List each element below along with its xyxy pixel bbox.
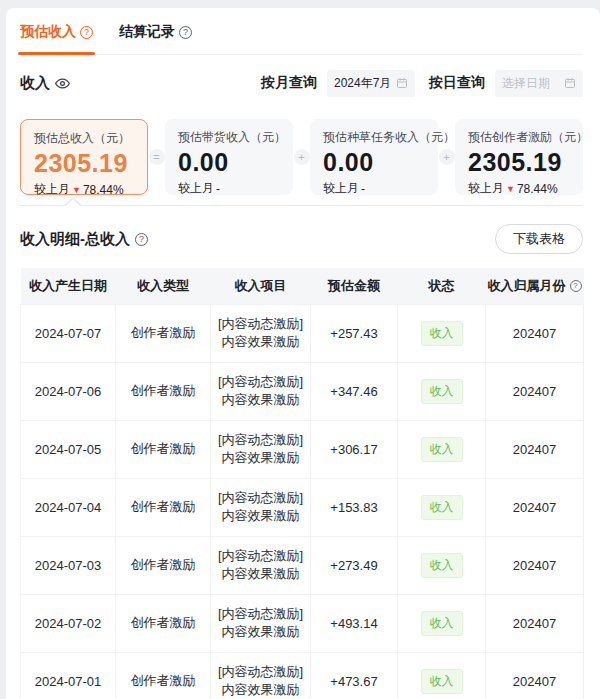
cell-month: 202407 [486,362,584,420]
cell-amount: +493.14 [311,594,398,652]
status-badge: 收入 [421,379,463,404]
trend-down-icon: ▼ [506,184,515,194]
cell-type: 创作者激励 [116,304,211,362]
cell-date: 2024-07-02 [21,594,116,652]
calendar-icon [564,77,576,89]
header-amount: 预估金额 [311,268,398,304]
table-row: 2024-07-01 创作者激励 [内容动态激励]内容效果激励 +473.67 … [21,652,584,699]
cell-type: 创作者激励 [116,362,211,420]
cell-status: 收入 [398,652,486,699]
tab-estimated-income[interactable]: 预估收入 ? [20,23,93,54]
cell-amount: +306.17 [311,420,398,478]
month-picker[interactable]: 2024年7月 [327,70,415,97]
header-type: 收入类型 [116,268,211,304]
card-tab-divider [20,205,583,206]
header-date: 收入产生日期 [21,268,116,304]
status-badge: 收入 [421,669,463,694]
card-creator-incentive[interactable]: 预估创作者激励（元） 2305.19 较上月 ▼ 78.44% [455,119,583,195]
detail-section-head: 收入明细-总收入 ? 下载表格 [20,224,583,254]
cell-month: 202407 [486,536,584,594]
cell-status: 收入 [398,536,486,594]
cell-date: 2024-07-04 [21,478,116,536]
cell-month: 202407 [486,304,584,362]
header-project: 收入项目 [211,268,311,304]
status-badge: 收入 [421,437,463,462]
eye-icon[interactable] [55,76,70,91]
download-table-button[interactable]: 下载表格 [495,224,583,254]
cell-project: [内容动态激励]内容效果激励 [211,536,311,594]
cell-type: 创作者激励 [116,652,211,699]
operator-plus: + [293,149,310,165]
day-picker-placeholder: 选择日期 [502,75,550,92]
cell-project: [内容动态激励]内容效果激励 [211,362,311,420]
tab-label: 结算记录 [119,23,175,41]
month-query-label: 按月查询 [261,74,317,92]
income-section-title: 收入 [20,74,70,93]
cell-project: [内容动态激励]内容效果激励 [211,594,311,652]
cell-date: 2024-07-05 [21,420,116,478]
main-panel: 预估收入 ? 结算记录 ? 收入 按月查询 2024年7月 [6,8,600,699]
status-badge: 收入 [421,611,463,636]
help-icon[interactable]: ? [135,233,148,246]
operator-plus: + [438,149,455,165]
income-detail-table: 收入产生日期 收入类型 收入项目 预估金额 状态 收入归属月份 ? 2024-0… [20,268,584,699]
month-picker-value: 2024年7月 [334,75,391,92]
cell-amount: +347.46 [311,362,398,420]
cell-project: [内容动态激励]内容效果激励 [211,478,311,536]
table-row: 2024-07-07 创作者激励 [内容动态激励]内容效果激励 +257.43 … [21,304,584,362]
status-badge: 收入 [421,553,463,578]
tab-label: 预估收入 [20,23,76,41]
operator-equals: = [148,149,165,165]
card-goods-income[interactable]: 预估带货收入（元） 0.00 较上月 ▼ - [165,119,293,195]
cell-date: 2024-07-07 [21,304,116,362]
cell-date: 2024-07-01 [21,652,116,699]
status-badge: 收入 [421,321,463,346]
cell-amount: +273.49 [311,536,398,594]
help-icon[interactable]: ? [570,280,582,292]
cell-project: [内容动态激励]内容效果激励 [211,420,311,478]
help-icon[interactable]: ? [179,26,192,39]
cell-month: 202407 [486,478,584,536]
table-row: 2024-07-06 创作者激励 [内容动态激励]内容效果激励 +347.46 … [21,362,584,420]
cell-status: 收入 [398,478,486,536]
table-row: 2024-07-05 创作者激励 [内容动态激励]内容效果激励 +306.17 … [21,420,584,478]
help-icon[interactable]: ? [80,26,93,39]
cell-date: 2024-07-06 [21,362,116,420]
detail-section-title: 收入明细-总收入 ? [20,230,148,249]
cell-type: 创作者激励 [116,478,211,536]
calendar-icon [396,77,408,89]
stat-cards: 预估总收入（元） 2305.19 较上月 ▼ 78.44% = 预估带货收入（元… [20,119,583,195]
cell-month: 202407 [486,420,584,478]
cell-status: 收入 [398,594,486,652]
table-header-row: 收入产生日期 收入类型 收入项目 预估金额 状态 收入归属月份 ? [21,268,584,304]
table-row: 2024-07-02 创作者激励 [内容动态激励]内容效果激励 +493.14 … [21,594,584,652]
day-picker[interactable]: 选择日期 [495,70,583,97]
table-row: 2024-07-04 创作者激励 [内容动态激励]内容效果激励 +153.83 … [21,478,584,536]
cell-type: 创作者激励 [116,536,211,594]
header-status: 状态 [398,268,486,304]
tab-settlement-records[interactable]: 结算记录 ? [119,23,192,54]
status-badge: 收入 [421,495,463,520]
cell-type: 创作者激励 [116,420,211,478]
cell-month: 202407 [486,652,584,699]
card-total-income[interactable]: 预估总收入（元） 2305.19 较上月 ▼ 78.44% [20,119,148,195]
cell-month: 202407 [486,594,584,652]
income-filter-row: 收入 按月查询 2024年7月 按日查询 选择日期 [20,69,583,97]
cell-amount: +473.67 [311,652,398,699]
cell-status: 收入 [398,420,486,478]
cell-project: [内容动态激励]内容效果激励 [211,304,311,362]
header-month: 收入归属月份 ? [486,268,584,304]
cell-project: [内容动态激励]内容效果激励 [211,652,311,699]
cell-amount: +257.43 [311,304,398,362]
tab-bar: 预估收入 ? 结算记录 ? [20,8,583,55]
day-query-label: 按日查询 [429,74,485,92]
cell-type: 创作者激励 [116,594,211,652]
cell-date: 2024-07-03 [21,536,116,594]
trend-down-icon: ▼ [72,185,81,195]
cell-status: 收入 [398,304,486,362]
table-body: 2024-07-07 创作者激励 [内容动态激励]内容效果激励 +257.43 … [21,304,584,699]
cell-amount: +153.83 [311,478,398,536]
card-task-income[interactable]: 预估种草任务收入（元） 0.00 较上月 ▼ - [310,119,438,195]
cell-status: 收入 [398,362,486,420]
table-row: 2024-07-03 创作者激励 [内容动态激励]内容效果激励 +273.49 … [21,536,584,594]
